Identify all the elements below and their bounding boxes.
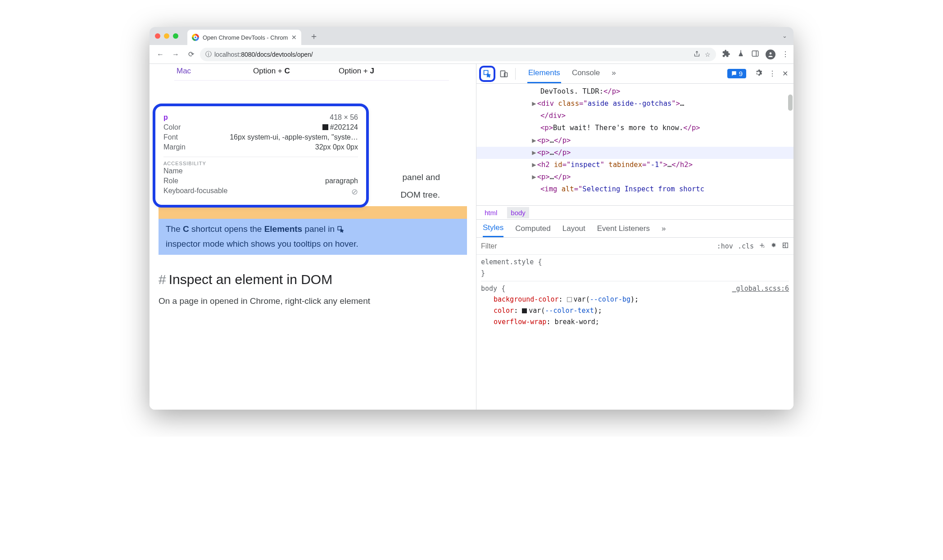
section-heading: #Inspect an element in DOM [159,272,467,287]
stylesheet-source-link[interactable]: _global.scss:6 [732,283,789,294]
sidepanel-icon[interactable] [751,50,759,59]
rendering-icon[interactable] [770,242,777,251]
new-tab-button[interactable]: ＋ [309,30,318,42]
tab-close-button[interactable]: ✕ [291,34,297,41]
crumb-body[interactable]: body [507,207,529,218]
reload-button[interactable]: ⟳ [185,48,197,61]
hov-toggle[interactable]: :hov [717,242,733,250]
browser-tabbar: Open Chrome DevTools - Chrom ✕ ＋ ⌄ [150,27,793,45]
address-bar[interactable]: ⓘ localhost:8080/docs/devtools/open/ ☆ [200,48,716,61]
tabs-menu-button[interactable]: ⌄ [782,32,787,39]
tooltip-dimensions: 418 × 56 [330,113,358,122]
scrollbar-thumb[interactable] [788,95,793,111]
color-swatch-icon [322,124,328,130]
margin-highlight [159,206,467,219]
minimize-window-button[interactable] [164,33,169,39]
bookmark-icon[interactable]: ☆ [705,51,711,58]
back-button[interactable]: ← [154,48,167,61]
issues-badge[interactable]: 9 [727,69,746,78]
console-tab[interactable]: Console [571,64,601,83]
device-toolbar-button[interactable] [497,67,511,81]
computed-tab[interactable]: Computed [515,221,550,237]
window-controls [155,33,178,39]
maximize-window-button[interactable] [173,33,178,39]
devtools-panel: Elements Console » 9 ⋮ ✕ DevTools. TLDR:… [476,64,793,410]
styles-pane[interactable]: element.style { } body { _global.scss:6 … [476,255,793,410]
event-listeners-tab[interactable]: Event Listeners [597,221,650,237]
more-tabs-button[interactable]: » [611,64,617,83]
labs-icon[interactable] [737,50,745,59]
profile-button[interactable] [766,50,775,59]
more-styles-tabs-button[interactable]: » [662,221,666,237]
color-swatch-icon[interactable] [567,297,572,302]
os-label-mac: Mac [177,67,253,76]
svg-rect-0 [752,51,758,56]
crumb-html[interactable]: html [481,207,501,218]
chrome-favicon-icon [192,34,199,41]
inspect-mode-button[interactable] [479,66,495,82]
inspector-tooltip: p 418 × 56 Color#202124 Font16px system-… [153,104,369,208]
site-info-icon[interactable]: ⓘ [205,50,212,59]
element-highlight: The C shortcut opens the Elements panel … [159,219,467,255]
cls-toggle[interactable]: .cls [738,242,754,250]
inspect-inline-icon [337,224,345,237]
browser-toolbar: ← → ⟳ ⓘ localhost:8080/docs/devtools/ope… [150,45,793,64]
new-style-rule-button[interactable] [758,242,766,251]
extensions-icon[interactable] [722,50,730,59]
share-icon[interactable] [694,50,700,59]
styles-tab[interactable]: Styles [483,220,503,237]
dom-tree[interactable]: DevTools. TLDR:</p> ▶<div class="aside a… [476,84,793,205]
close-window-button[interactable] [155,33,160,39]
not-focusable-icon: ⊘ [351,187,358,197]
url-path: :8080/docs/devtools/open/ [239,51,313,58]
anchor-hash-icon[interactable]: # [159,272,166,287]
browser-tab[interactable]: Open Chrome DevTools - Chrom ✕ [187,30,301,45]
computed-sidebar-icon[interactable] [782,242,789,251]
selected-dom-node[interactable]: ▶<p>…</p> [476,147,793,159]
chrome-menu-button[interactable]: ⋮ [782,50,789,59]
styles-filter-input[interactable] [481,242,712,250]
devtools-menu-button[interactable]: ⋮ [769,69,776,78]
dom-breadcrumbs: html body [476,205,793,220]
color-swatch-icon[interactable] [522,308,527,313]
forward-button[interactable]: → [169,48,182,61]
close-devtools-button[interactable]: ✕ [782,69,788,78]
layout-tab[interactable]: Layout [562,221,585,237]
url-host: localhost [214,51,239,58]
elements-tab[interactable]: Elements [527,64,561,83]
tab-title: Open Chrome DevTools - Chrom [203,34,288,41]
svg-point-2 [770,52,772,54]
tooltip-tagname: p [163,113,168,122]
page-viewport: Mac Option + C Option + J p 418 × 56 Col… [150,64,476,410]
body-paragraph: On a page in opened in Chrome, right-cli… [159,296,467,306]
settings-icon[interactable] [754,69,762,79]
